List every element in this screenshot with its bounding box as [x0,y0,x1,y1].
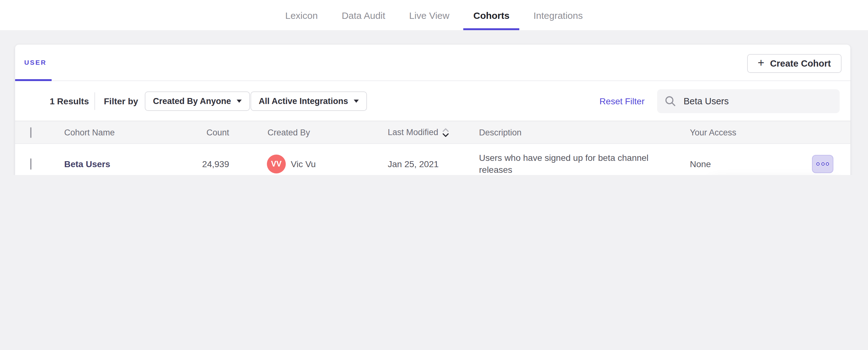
table-row: Beta Users 24,939 VV Vic Vu Jan 25, 2021… [15,144,850,175]
column-header-your-access: Your Access [690,128,737,137]
caret-down-icon [354,99,359,102]
app-canvas: Lexicon Data Audit Live View Cohorts Int… [0,0,868,175]
more-dots-icon [816,163,819,166]
integrations-filter-dropdown[interactable]: All Active Integrations [250,91,367,111]
reset-filter-link[interactable]: Reset Filter [599,96,645,106]
nav-item-live-view[interactable]: Live View [409,0,450,30]
row-actions-button[interactable] [812,155,833,173]
nav-item-lexicon[interactable]: Lexicon [285,0,317,30]
column-header-description: Description [479,126,650,138]
column-header-cohort-name[interactable]: Cohort Name [64,128,115,137]
your-access-value: None [690,159,711,169]
more-dots-icon [821,163,824,166]
caret-down-icon [237,99,242,102]
nav-item-data-audit[interactable]: Data Audit [342,0,385,30]
create-cohort-button[interactable]: + Create Cohort [747,54,842,73]
row-checkbox[interactable] [30,159,31,170]
search-icon [665,95,676,106]
column-header-created-by[interactable]: Created By [268,128,310,137]
tab-user[interactable]: USER [24,59,46,66]
column-header-count[interactable]: Count [176,128,229,137]
description-value: Users who have signed up for beta channe… [479,152,650,175]
top-nav: Lexicon Data Audit Live View Cohorts Int… [0,0,868,30]
select-all-checkbox[interactable] [30,127,31,138]
last-modified-value: Jan 25, 2021 [388,159,439,169]
filter-bar: 1 Results Filter by Created By Anyone Al… [15,81,850,120]
cohort-count: 24,939 [176,159,229,169]
plus-icon: + [758,57,765,69]
nav-item-integrations[interactable]: Integrations [533,0,583,30]
column-header-last-modified[interactable]: Last Modified [388,127,450,137]
table-header: Cohort Name Count Created By Last Modifi… [15,120,850,144]
active-tab-indicator [463,28,520,30]
more-dots-icon [826,163,829,166]
divider [94,92,95,110]
search-box[interactable] [657,89,840,113]
filter-by-label: Filter by [104,96,138,106]
results-count: 1 Results [50,96,89,106]
sort-icon[interactable] [442,127,450,137]
cohorts-panel: USER + Create Cohort 1 Results Filter by… [15,45,850,175]
avatar: VV [267,154,286,173]
created-by-cell: VV Vic Vu [267,154,316,173]
created-by-name: Vic Vu [291,159,316,169]
search-input[interactable] [682,95,827,106]
panel-tabs-row: USER + Create Cohort [15,45,850,81]
nav-item-cohorts[interactable]: Cohorts [473,0,509,30]
created-by-filter-dropdown[interactable]: Created By Anyone [145,91,250,111]
cohort-name-link[interactable]: Beta Users [64,159,110,169]
